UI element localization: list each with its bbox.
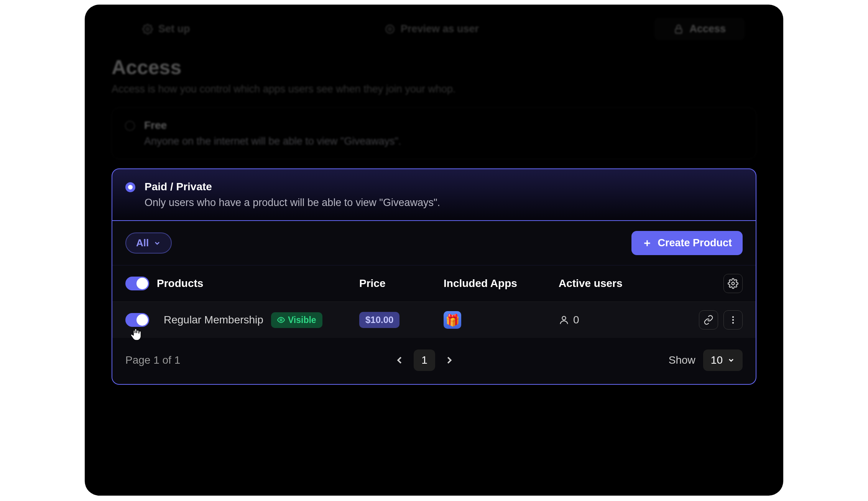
- create-product-label: Create Product: [658, 237, 732, 249]
- tabs-bar: Set up Preview as user Access: [112, 18, 756, 40]
- option-paid-title: Paid / Private: [145, 181, 440, 193]
- visibility-badge: Visible: [271, 312, 322, 328]
- toggle-all[interactable]: [125, 277, 149, 290]
- app-frame: Set up Preview as user Access Access Acc…: [85, 5, 783, 496]
- next-page-button[interactable]: [444, 354, 455, 366]
- svg-point-7: [280, 319, 282, 321]
- svg-point-11: [732, 322, 734, 323]
- option-free-title: Free: [144, 119, 401, 132]
- svg-point-8: [562, 316, 566, 320]
- price-cell: $10.00: [359, 312, 440, 328]
- radio-free[interactable]: [125, 121, 135, 131]
- more-vertical-icon: [728, 315, 738, 325]
- visibility-label: Visible: [288, 315, 316, 325]
- radio-paid[interactable]: [125, 182, 135, 192]
- tab-access[interactable]: Access: [654, 18, 745, 40]
- show-label: Show: [669, 354, 695, 366]
- active-users-count: 0: [573, 314, 579, 326]
- panel-toolbar: All Create Product: [112, 221, 756, 265]
- th-products: Products: [157, 277, 203, 290]
- option-free-desc: Anyone on the internet will be able to v…: [144, 135, 401, 147]
- svg-point-9: [732, 316, 734, 318]
- page-controls: 1: [394, 349, 455, 371]
- section-header: Access Access is how you control which a…: [112, 56, 756, 95]
- active-users-cell: 0: [559, 314, 674, 326]
- svg-rect-3: [676, 28, 682, 33]
- option-paid-content: Paid / Private Only users who have a pro…: [145, 181, 440, 209]
- gift-icon: 🎁: [446, 313, 460, 327]
- pagination: Page 1 of 1 1 Show 10: [112, 338, 756, 384]
- app-icon: 🎁: [444, 311, 461, 329]
- th-included-apps: Included Apps: [444, 277, 555, 290]
- option-paid-desc: Only users who have a product will be ab…: [145, 197, 440, 209]
- th-active-users: Active users: [559, 277, 674, 290]
- page-title: Access: [112, 56, 756, 79]
- table-header: Products Price Included Apps Active user…: [112, 265, 756, 302]
- svg-point-2: [388, 28, 391, 30]
- lock-icon: [673, 24, 684, 35]
- page-description: Access is how you control which apps use…: [112, 83, 756, 95]
- products-table: Products Price Included Apps Active user…: [112, 265, 756, 338]
- eye-icon: [385, 24, 395, 35]
- row-actions: [677, 310, 743, 330]
- gear-icon: [142, 24, 153, 35]
- eye-icon: [277, 316, 285, 324]
- toggle-product[interactable]: [125, 313, 149, 327]
- tab-access-label: Access: [689, 23, 726, 35]
- create-product-button[interactable]: Create Product: [631, 231, 743, 255]
- filter-label: All: [136, 237, 149, 249]
- option-free[interactable]: Free Anyone on the internet will be able…: [112, 107, 756, 159]
- prev-page-button[interactable]: [394, 354, 405, 366]
- tab-preview-label: Preview as user: [401, 23, 479, 35]
- svg-point-0: [146, 28, 149, 30]
- plus-icon: [642, 238, 652, 248]
- show-controls: Show 10: [669, 349, 743, 371]
- product-name: Regular Membership: [164, 314, 263, 326]
- product-name-cell: Regular Membership Visible: [164, 312, 355, 328]
- table-row: Regular Membership Visible $10.00 🎁: [112, 302, 756, 338]
- user-icon: [559, 315, 569, 325]
- per-page-select[interactable]: 10: [703, 349, 743, 371]
- tab-setup[interactable]: Set up: [123, 18, 209, 40]
- copy-link-button[interactable]: [699, 310, 718, 330]
- th-price: Price: [359, 277, 440, 290]
- price-badge: $10.00: [359, 312, 399, 328]
- cursor-hand-icon: [129, 326, 143, 342]
- included-apps-cell: 🎁: [444, 311, 555, 329]
- filter-dropdown[interactable]: All: [125, 232, 172, 254]
- svg-point-10: [732, 319, 734, 321]
- svg-point-6: [732, 282, 735, 285]
- page-number[interactable]: 1: [414, 349, 435, 371]
- option-free-content: Free Anyone on the internet will be able…: [144, 119, 401, 147]
- option-paid[interactable]: Paid / Private Only users who have a pro…: [112, 168, 756, 221]
- table-settings-button[interactable]: [723, 274, 743, 293]
- per-page-value: 10: [711, 354, 723, 366]
- link-icon: [704, 315, 713, 325]
- products-panel: All Create Product Products Price Includ…: [112, 221, 756, 385]
- gear-icon: [728, 278, 738, 289]
- svg-point-1: [386, 25, 394, 33]
- chevron-down-icon: [727, 356, 735, 364]
- tab-preview[interactable]: Preview as user: [365, 18, 498, 40]
- page-status: Page 1 of 1: [125, 354, 180, 366]
- chevron-down-icon: [153, 239, 161, 247]
- tab-setup-label: Set up: [158, 23, 190, 35]
- more-actions-button[interactable]: [723, 310, 743, 330]
